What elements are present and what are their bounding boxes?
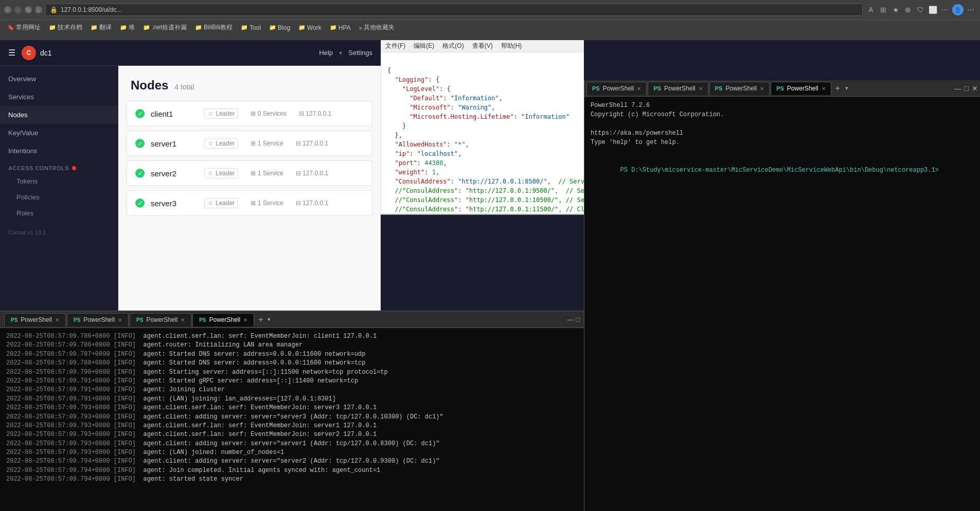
- bookmark-blog[interactable]: 📁Blog: [266, 23, 293, 32]
- terminal-icon-1: PS: [11, 317, 17, 323]
- ip-value-server2: 127.0.0.1: [302, 170, 328, 177]
- terminal-icon-3: PS: [136, 317, 143, 323]
- ps-right-restore[interactable]: □: [965, 84, 969, 93]
- ip-value-server3: 127.0.0.1: [302, 199, 328, 207]
- ps-right-close[interactable]: ✕: [972, 84, 978, 93]
- sidebar-item-services[interactable]: Services: [0, 88, 118, 106]
- ps-right-dropdown[interactable]: ▾: [845, 85, 848, 92]
- json-menu-file[interactable]: 文件(F): [385, 42, 405, 50]
- bookmark-work[interactable]: 📁Work: [295, 23, 325, 32]
- version-text: Consul v1.13.1: [8, 229, 46, 235]
- terminal-tab-4[interactable]: PS PowerShell ✕: [192, 313, 254, 326]
- sidebar-item-intentions[interactable]: Intentions: [0, 142, 118, 160]
- node-name-server2: server2: [151, 169, 192, 178]
- terminal-tab-label-3: PowerShell: [146, 316, 177, 323]
- node-card-server2[interactable]: ✓ server2 ☆ Leader ⊞ 1 Service: [127, 160, 372, 186]
- sidebar-item-overview[interactable]: Overview: [0, 70, 118, 88]
- ps-prompt-line: PS D:\Study\micservice-master\MicService…: [591, 156, 974, 184]
- browser-actions: A ⊞ ★ ⊕ 🛡 ⬜ ⋯ 👤 ⋯: [866, 4, 976, 15]
- bookmark-net[interactable]: 📁.net拾遗补漏: [140, 22, 190, 33]
- help-button[interactable]: Help: [319, 49, 333, 57]
- node-info-server3: server3 ☆ Leader ⊞ 1 Service ⊟ 127.0.0.1: [151, 198, 364, 208]
- node-card-server3[interactable]: ✓ server3 ☆ Leader ⊞ 1 Service: [127, 190, 372, 216]
- json-menu-edit[interactable]: 编辑(E): [414, 42, 434, 50]
- hamburger-menu[interactable]: ☰: [8, 48, 15, 58]
- ps-tab-close-1[interactable]: ✕: [637, 86, 641, 92]
- json-menu-format[interactable]: 格式(O): [442, 42, 464, 50]
- refresh-button[interactable]: ↻: [25, 6, 32, 13]
- terminal-log-line: 2022-08-25T08:57:09.787+0800 [INFO] agen…: [6, 350, 578, 359]
- home-button[interactable]: ⌂: [35, 6, 42, 13]
- bookmark-hpa[interactable]: 📁HPA: [327, 23, 354, 32]
- ps-right-tab-1[interactable]: PS PowerShell ✕: [586, 82, 647, 95]
- terminal-tab-close-4[interactable]: ✕: [243, 317, 247, 323]
- node-name-server3: server3: [151, 199, 192, 208]
- back-button[interactable]: ‹: [4, 6, 11, 13]
- profile-avatar[interactable]: 👤: [952, 4, 964, 15]
- ps-right-tab-4[interactable]: PS PowerShell ✕: [771, 82, 831, 95]
- bookmark-icon[interactable]: ★: [890, 5, 901, 15]
- sidebar-item-tokens[interactable]: Tokens: [0, 173, 118, 189]
- bookmark-tool[interactable]: 📁Tool: [238, 23, 264, 32]
- json-menu-help[interactable]: 帮助(H): [501, 42, 522, 50]
- bookmark-翻译[interactable]: 📁翻译: [87, 22, 115, 33]
- ps-intro-line: PowerShell 7.2.6: [591, 101, 974, 110]
- terminal-minimize[interactable]: —: [567, 316, 574, 323]
- split-icon[interactable]: ⬜: [928, 5, 938, 15]
- terminal-log-line: 2022-08-25T08:57:09.794+0800 [INFO] agen…: [6, 457, 578, 466]
- more-icon[interactable]: ⋯: [940, 5, 950, 15]
- terminal-tab-dropdown[interactable]: ▾: [268, 316, 271, 323]
- terminal-maximize[interactable]: □: [576, 316, 580, 323]
- translate-icon[interactable]: A: [866, 5, 876, 15]
- sidebar-item-keyvalue[interactable]: Key/Value: [0, 124, 118, 142]
- terminal-log-line: 2022-08-25T08:57:09.791+0800 [INFO] agen…: [6, 386, 578, 394]
- forward-button[interactable]: ›: [14, 6, 22, 13]
- ps-right-tab-3[interactable]: PS PowerShell ✕: [709, 82, 770, 95]
- extensions-icon[interactable]: 🛡: [915, 5, 925, 15]
- sidebar-item-policies[interactable]: Policies: [0, 189, 118, 205]
- ps-tab-close-3[interactable]: ✕: [760, 86, 764, 92]
- terminal-tab-3[interactable]: PS PowerShell ✕: [130, 313, 191, 326]
- node-status-server3: ✓: [135, 198, 145, 208]
- read-mode-icon[interactable]: ⊞: [878, 5, 888, 15]
- terminal-new-tab[interactable]: +: [255, 315, 266, 324]
- bookmark-label: 堆: [129, 23, 135, 32]
- role-label-server2: Leader: [216, 170, 235, 177]
- terminal-tab-2[interactable]: PS PowerShell ✕: [67, 313, 129, 326]
- bookmark-more[interactable]: »其他收藏夹: [356, 22, 398, 33]
- sidebar-item-roles[interactable]: Roles: [0, 205, 118, 221]
- nodes-title: Nodes: [131, 78, 168, 93]
- node-card-server1[interactable]: ✓ server1 ☆ Leader ⊞ 1 Service: [127, 131, 372, 156]
- bookmark-bili[interactable]: 📁BiliBili教程: [192, 22, 236, 33]
- bookmark-label: 常用网址: [16, 23, 41, 32]
- node-card-client1[interactable]: ✓ client1 ☆ Leader ⊞ 0 Services: [127, 101, 372, 126]
- ps-tab-close-2[interactable]: ✕: [699, 86, 703, 92]
- check-icon-client1: ✓: [138, 111, 142, 117]
- bookmark-技术存档[interactable]: 📁技术存档: [46, 22, 85, 33]
- menu-button[interactable]: ⋯: [966, 5, 976, 15]
- address-bar[interactable]: 🔒 127.0.0.1:8500/ui/dc...: [45, 4, 863, 16]
- terminal-tab-close-1[interactable]: ✕: [55, 317, 59, 323]
- ps-right-new-tab[interactable]: +: [832, 84, 843, 93]
- terminal-log-line: 2022-08-25T08:57:09.793+0800 [INFO] agen…: [6, 448, 578, 457]
- ps-right-minimize[interactable]: —: [954, 84, 961, 93]
- terminal-tab-close-3[interactable]: ✕: [181, 317, 185, 323]
- node-info-server2: server2 ☆ Leader ⊞ 1 Service ⊟ 127.0.0.1: [151, 168, 364, 178]
- terminal-tab-close-2[interactable]: ✕: [118, 317, 122, 323]
- collections-icon[interactable]: ⊕: [903, 5, 913, 15]
- node-ip-server1: ⊟ 127.0.0.1: [296, 140, 328, 147]
- bookmark-堆[interactable]: 📁堆: [117, 22, 138, 33]
- sidebar-item-nodes[interactable]: Nodes: [0, 106, 118, 124]
- terminal-log-line: 2022-08-25T08:57:09.790+0800 [INFO] agen…: [6, 368, 578, 377]
- json-menu-view[interactable]: 查看(V): [472, 42, 493, 50]
- node-role-server3: ☆ Leader: [204, 198, 238, 208]
- settings-button[interactable]: Settings: [348, 49, 372, 57]
- terminal-tab-1[interactable]: PS PowerShell ✕: [4, 313, 66, 326]
- ps-right-tab-2[interactable]: PS PowerShell ✕: [648, 82, 708, 95]
- bookmark-常用网址[interactable]: 🔖常用网址: [4, 22, 44, 33]
- nodes-content-area: Nodes 4 total ✓ client1 ☆ Leader: [118, 66, 381, 311]
- ps-copyright-line: Copyright (c) Microsoft Corporation.: [591, 110, 974, 119]
- datacenter-label: dc1: [40, 49, 52, 57]
- json-editor-panel: 文件(F) 编辑(E) 格式(O) 查看(V) 帮助(H) { "Logging…: [381, 40, 584, 215]
- ps-tab-close-4[interactable]: ✕: [822, 86, 826, 92]
